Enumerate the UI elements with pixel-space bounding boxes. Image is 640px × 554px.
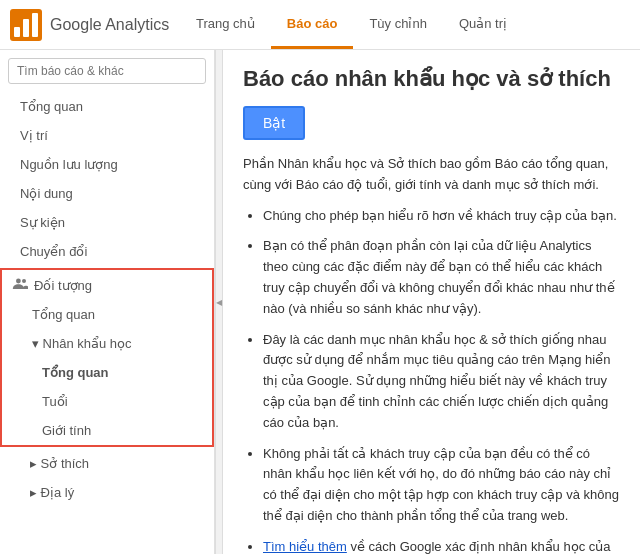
sidebar-item-label: Giới tính: [42, 423, 91, 438]
nav-tab-quan-tri[interactable]: Quản trị: [443, 0, 523, 49]
sidebar-item-noi-dung[interactable]: Nội dung: [0, 179, 214, 208]
header: Google Analytics Trang chủBáo cáoTùy chỉ…: [0, 0, 640, 50]
sidebar-item-label: Sự kiện: [20, 215, 65, 230]
bullet-list: Chúng cho phép bạn hiểu rõ hơn về khách …: [263, 206, 620, 554]
logo-text: Google Analytics: [50, 16, 169, 34]
main: Tổng quan Vị trí Nguồn lưu lượng Nội dun…: [0, 50, 640, 554]
sidebar-item-dia-ly[interactable]: ▸ Địa lý: [0, 478, 214, 507]
sidebar-item-gioi-tinh[interactable]: Giới tính: [2, 416, 212, 445]
sidebar-item-nhan-khau-hoc[interactable]: ▾ Nhân khẩu học: [2, 329, 212, 358]
sidebar-item-label: Đối tượng: [34, 278, 92, 293]
sidebar-item-label: Tổng quan: [42, 365, 109, 380]
list-item: Chúng cho phép bạn hiểu rõ hơn về khách …: [263, 206, 620, 227]
learn-more-link-1[interactable]: Tìm hiểu thêm: [263, 539, 347, 554]
sidebar-item-nguon-luu-luong[interactable]: Nguồn lưu lượng: [0, 150, 214, 179]
sidebar-item-label: Chuyển đổi: [20, 244, 87, 259]
sidebar-item-su-kien[interactable]: Sự kiện: [0, 208, 214, 237]
people-icon: [12, 277, 28, 293]
svg-rect-3: [32, 13, 38, 37]
list-item: Đây là các danh mục nhân khẩu học & sở t…: [263, 330, 620, 434]
sidebar-item-label: ▸ Sở thích: [30, 456, 89, 471]
sidebar-item-tong-quan[interactable]: Tổng quan: [0, 92, 214, 121]
sidebar-item-doi-tuong-tong-quan[interactable]: Tổng quan: [2, 300, 212, 329]
svg-rect-1: [14, 27, 20, 37]
sidebar-item-vi-tri[interactable]: Vị trí: [0, 121, 214, 150]
list-item-link-1: Tìm hiểu thêm về cách Google xác định nh…: [263, 537, 620, 554]
nav-tab-bao-cao[interactable]: Báo cáo: [271, 0, 354, 49]
page-title: Báo cáo nhân khẩu học và sở thích: [243, 66, 620, 92]
sidebar-item-label: Nguồn lưu lượng: [20, 157, 118, 172]
sidebar-highlighted-group: Đối tượng Tổng quan ▾ Nhân khẩu học Tổng…: [0, 268, 214, 447]
enable-button[interactable]: Bật: [243, 106, 305, 140]
sidebar-item-label: Tuổi: [42, 394, 68, 409]
search-input[interactable]: [8, 58, 206, 84]
nav-tab-trang-chu[interactable]: Trang chủ: [180, 0, 271, 49]
sidebar-item-tuoi[interactable]: Tuổi: [2, 387, 212, 416]
sidebar-item-nkh-tong-quan[interactable]: Tổng quan: [2, 358, 212, 387]
description-text: Phần Nhân khẩu học và Sở thích bao gồm B…: [243, 154, 620, 196]
svg-point-5: [22, 279, 26, 283]
nav-tab-tuy-chinh[interactable]: Tùy chỉnh: [353, 0, 442, 49]
sidebar: Tổng quan Vị trí Nguồn lưu lượng Nội dun…: [0, 50, 215, 554]
nav-tabs: Trang chủBáo cáoTùy chỉnhQuản trị: [180, 0, 630, 49]
content-area: Báo cáo nhân khẩu học và sở thích Bật Ph…: [223, 50, 640, 554]
svg-point-4: [16, 279, 21, 284]
logo-icon: [10, 9, 42, 41]
sidebar-item-label: Vị trí: [20, 128, 48, 143]
sidebar-section: Tổng quan Vị trí Nguồn lưu lượng Nội dun…: [0, 92, 214, 507]
sidebar-item-label: ▾ Nhân khẩu học: [32, 336, 132, 351]
sidebar-item-label: Nội dung: [20, 186, 73, 201]
resize-handle[interactable]: [215, 50, 223, 554]
list-item: Bạn có thể phân đoạn phần còn lại của dữ…: [263, 236, 620, 319]
svg-rect-2: [23, 19, 29, 37]
sidebar-item-doi-tuong[interactable]: Đối tượng: [2, 270, 212, 300]
sidebar-item-chuyen-doi[interactable]: Chuyển đổi: [0, 237, 214, 266]
sidebar-item-label: ▸ Địa lý: [30, 485, 74, 500]
sidebar-item-label: Tổng quan: [32, 307, 95, 322]
sidebar-item-so-thich[interactable]: ▸ Sở thích: [0, 449, 214, 478]
sidebar-item-label: Tổng quan: [20, 99, 83, 114]
list-item: Không phải tất cả khách truy cập của bạn…: [263, 444, 620, 527]
logo-area: Google Analytics: [10, 9, 180, 41]
